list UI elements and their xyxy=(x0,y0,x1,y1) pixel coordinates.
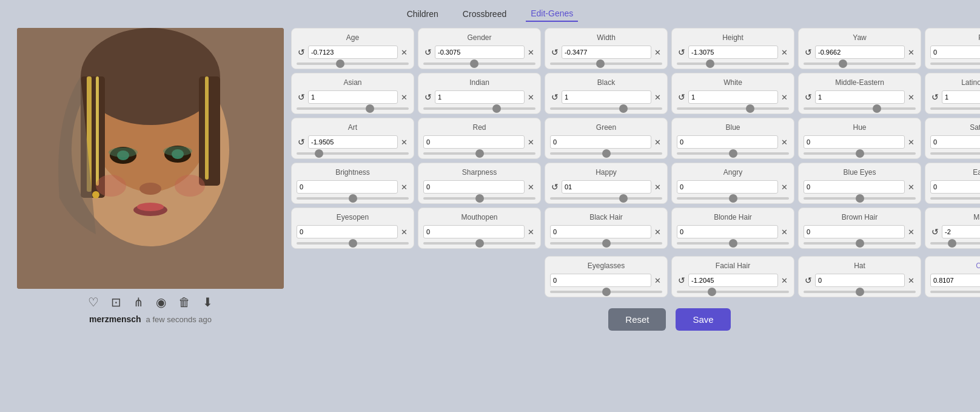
gene-clear-art[interactable]: ✕ xyxy=(400,138,409,146)
gene-input-makeup[interactable] xyxy=(942,225,980,238)
gene-clear-green[interactable]: ✕ xyxy=(653,138,662,146)
gene-input-green[interactable] xyxy=(550,135,651,149)
gene-input-height[interactable] xyxy=(688,46,778,59)
gene-clear-gender[interactable]: ✕ xyxy=(526,49,535,56)
gene-slider-green[interactable] xyxy=(550,152,662,155)
gene-input-indian[interactable] xyxy=(435,90,525,104)
gene-input-black-hair[interactable] xyxy=(550,225,651,238)
gene-reset-facial-hair[interactable]: ↺ xyxy=(677,276,686,285)
gene-clear-happy[interactable]: ✕ xyxy=(653,183,662,191)
heart-icon[interactable]: ♡ xyxy=(88,295,99,309)
gene-clear-brown-hair[interactable]: ✕ xyxy=(907,228,916,236)
gene-clear-width[interactable]: ✕ xyxy=(653,49,662,56)
nav-crossbreed[interactable]: Crossbreed xyxy=(458,7,511,21)
gene-input-hue[interactable] xyxy=(804,135,905,149)
bookmark-icon[interactable]: ⊡ xyxy=(111,295,121,309)
gene-slider-makeup[interactable] xyxy=(930,242,980,245)
gene-input-middle-eastern[interactable] xyxy=(815,90,905,104)
trash-icon[interactable]: 🗑 xyxy=(178,295,190,309)
gene-input-facial-hair[interactable] xyxy=(688,274,778,287)
gene-slider-age[interactable] xyxy=(297,62,409,65)
gene-input-white[interactable] xyxy=(688,90,778,104)
gene-slider-gender[interactable] xyxy=(423,62,535,65)
gene-clear-angry[interactable]: ✕ xyxy=(780,183,789,191)
gene-input-brightness[interactable] xyxy=(297,180,398,194)
gene-input-mouthopen[interactable] xyxy=(423,225,525,238)
save-button[interactable]: Save xyxy=(676,308,730,331)
gene-reset-black[interactable]: ↺ xyxy=(550,93,560,101)
gene-slider-eyeglasses[interactable] xyxy=(550,291,662,293)
gene-slider-pitch[interactable] xyxy=(930,62,980,65)
gene-reset-middle-eastern[interactable]: ↺ xyxy=(804,93,813,101)
gene-input-happy[interactable] xyxy=(562,180,651,194)
gene-clear-sharpness[interactable]: ✕ xyxy=(526,183,535,191)
gene-reset-happy[interactable]: ↺ xyxy=(550,183,560,191)
gene-clear-mouthopen[interactable]: ✕ xyxy=(526,228,535,236)
gene-input-art[interactable] xyxy=(308,135,398,149)
gene-clear-blue[interactable]: ✕ xyxy=(780,138,789,146)
gene-input-yaw[interactable] xyxy=(815,46,905,59)
gene-input-age[interactable] xyxy=(308,46,398,59)
gene-slider-black-hair[interactable] xyxy=(550,242,662,245)
gene-reset-width[interactable]: ↺ xyxy=(550,48,560,56)
gene-slider-blonde-hair[interactable] xyxy=(677,242,789,245)
gene-slider-angry[interactable] xyxy=(677,197,789,200)
gene-input-latino-hispanic[interactable] xyxy=(942,90,980,104)
gene-input-hat[interactable] xyxy=(815,274,905,287)
gene-clear-black-hair[interactable]: ✕ xyxy=(653,228,662,236)
gene-slider-hue[interactable] xyxy=(804,152,916,155)
gene-input-width[interactable] xyxy=(562,46,651,59)
gene-clear-red[interactable]: ✕ xyxy=(526,138,535,146)
gene-input-gender[interactable] xyxy=(435,46,525,59)
gene-input-blonde-hair[interactable] xyxy=(677,225,778,238)
tree-icon[interactable]: ⋔ xyxy=(133,295,144,309)
download-icon[interactable]: ⬇ xyxy=(203,295,213,309)
gene-clear-blue-eyes[interactable]: ✕ xyxy=(907,183,916,191)
gene-slider-hat[interactable] xyxy=(804,291,916,293)
nav-children[interactable]: Children xyxy=(402,7,443,21)
gene-input-eyesopen[interactable] xyxy=(297,225,398,238)
gene-slider-height[interactable] xyxy=(677,62,789,65)
gene-input-blue[interactable] xyxy=(677,135,778,149)
gene-clear-indian[interactable]: ✕ xyxy=(526,93,535,101)
gene-input-red[interactable] xyxy=(423,135,525,149)
gene-slider-brown-hair[interactable] xyxy=(804,242,916,245)
gene-slider-indian[interactable] xyxy=(423,107,535,110)
gene-input-pitch[interactable] xyxy=(930,46,980,59)
gene-slider-asian[interactable] xyxy=(297,107,409,110)
reset-button[interactable]: Reset xyxy=(608,308,666,331)
gene-reset-asian[interactable]: ↺ xyxy=(297,93,306,101)
gene-slider-red[interactable] xyxy=(423,152,535,155)
eye-icon[interactable]: ◉ xyxy=(156,295,166,309)
gene-slider-chaos[interactable] xyxy=(930,291,980,293)
gene-clear-blonde-hair[interactable]: ✕ xyxy=(780,228,789,236)
gene-reset-art[interactable]: ↺ xyxy=(297,138,306,146)
gene-reset-hat[interactable]: ↺ xyxy=(804,276,813,285)
gene-slider-middle-eastern[interactable] xyxy=(804,107,916,110)
gene-reset-indian[interactable]: ↺ xyxy=(423,93,433,101)
gene-clear-hue[interactable]: ✕ xyxy=(907,138,916,146)
gene-clear-eyeglasses[interactable]: ✕ xyxy=(653,277,662,285)
gene-input-chaos[interactable] xyxy=(930,274,980,287)
nav-edit-genes[interactable]: Edit-Genes xyxy=(526,6,578,22)
gene-slider-art[interactable] xyxy=(297,152,409,155)
gene-slider-blue[interactable] xyxy=(677,152,789,155)
gene-input-black[interactable] xyxy=(562,90,651,104)
gene-input-blue-eyes[interactable] xyxy=(804,180,905,194)
gene-slider-happy[interactable] xyxy=(550,197,662,200)
gene-clear-height[interactable]: ✕ xyxy=(780,49,789,56)
gene-input-brown-hair[interactable] xyxy=(804,225,905,238)
gene-reset-latino-hispanic[interactable]: ↺ xyxy=(930,93,940,101)
gene-slider-blue-eyes[interactable] xyxy=(804,197,916,200)
gene-reset-age[interactable]: ↺ xyxy=(297,48,306,56)
gene-input-asian[interactable] xyxy=(308,90,398,104)
gene-slider-eyesopen[interactable] xyxy=(297,242,409,245)
gene-input-sharpness[interactable] xyxy=(423,180,525,194)
gene-slider-facial-hair[interactable] xyxy=(677,291,789,293)
gene-slider-latino-hispanic[interactable] xyxy=(930,107,980,110)
gene-slider-yaw[interactable] xyxy=(804,62,916,65)
gene-input-angry[interactable] xyxy=(677,180,778,194)
gene-slider-earrings[interactable] xyxy=(930,197,980,200)
gene-clear-yaw[interactable]: ✕ xyxy=(907,49,916,56)
gene-slider-width[interactable] xyxy=(550,62,662,65)
